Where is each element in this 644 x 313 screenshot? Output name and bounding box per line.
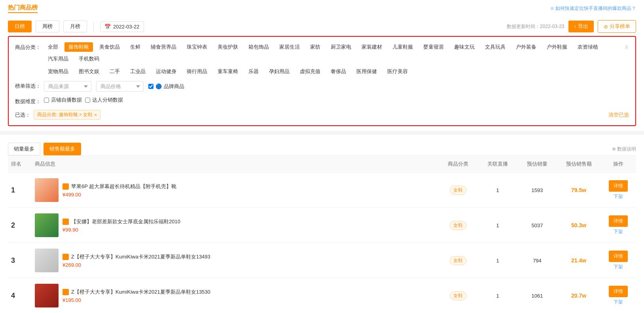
cat-baby-bed[interactable]: 婴童寝居 <box>419 42 448 52</box>
product-price: ¥195.00 <box>63 297 210 303</box>
price-select[interactable]: 商品价格 <box>96 81 144 92</box>
cat-industrial[interactable]: 工业品 <box>126 67 150 76</box>
expert-dim-label[interactable]: 达人分销数据 <box>85 96 123 104</box>
store-dim-checkbox[interactable] <box>44 98 49 103</box>
download-link[interactable]: 下架 <box>614 228 623 235</box>
cat-beauty[interactable]: 美妆护肤 <box>214 42 242 52</box>
tab-weekly[interactable]: 周榜 <box>36 21 59 32</box>
product-thumbnail <box>35 249 59 272</box>
brand-label: 品牌商品 <box>164 83 184 90</box>
cat-kids-shoes[interactable]: 儿童鞋服 <box>388 42 417 52</box>
brand-checkbox-label[interactable]: 🔵 品牌商品 <box>148 83 184 90</box>
category-tags: 全部 服饰鞋靴 美食饮品 生鲜 辅食营养品 珠宝钟表 美妆护肤 箱包饰品 家居生… <box>44 42 629 76</box>
cat-stationery[interactable]: 文具玩具 <box>481 42 510 52</box>
product-details: 苹果6P 超大屏幕超长待机精品【附手机壳】靴 ¥499.00 <box>63 183 176 198</box>
cat-medical[interactable]: 医用保健 <box>352 67 381 76</box>
tab-monthly[interactable]: 月榜 <box>63 21 87 32</box>
product-table: 排名 商品信息 商品分类 关联直播 预估销量 预估销售额 操作 1 苹果6P 超 <box>8 156 636 313</box>
cat-instrument[interactable]: 乐器 <box>244 67 263 76</box>
tab-daily[interactable]: 日榜 <box>8 21 32 32</box>
cat-fashion[interactable]: 服饰鞋靴 <box>64 42 93 52</box>
tab-sales-amount[interactable]: 销售额最多 <box>44 143 81 155</box>
cat-textile[interactable]: 家纺 <box>306 42 324 52</box>
date-input[interactable]: 📅 2022-03-22 <box>100 21 144 32</box>
cat-secondhand[interactable]: 二手 <box>106 67 124 76</box>
est-sales-value: 794 <box>533 258 542 264</box>
cat-fun[interactable]: 趣味文玩 <box>450 42 479 52</box>
store-dim-label[interactable]: 店铺自播数据 <box>44 96 82 104</box>
brand-checkbox[interactable] <box>148 84 153 89</box>
action-cell: 详情 下架 <box>600 208 636 243</box>
cat-kitchen[interactable]: 厨卫家电 <box>327 42 355 52</box>
cat-maternity[interactable]: 孕妇用品 <box>265 67 294 76</box>
cat-farming[interactable]: 农资绿植 <box>574 42 602 52</box>
shop-icon <box>63 183 69 190</box>
est-sales-value: 5037 <box>532 222 543 228</box>
cat-auto[interactable]: 汽车用品 <box>44 54 72 64</box>
expert-dim-text: 达人分销数据 <box>92 96 123 104</box>
col-est-sales: 预估销量 <box>517 156 557 173</box>
data-update-text: 数据更新时间：2022-03-23 <box>507 23 564 30</box>
remove-selected-tag[interactable]: × <box>94 112 97 118</box>
data-note-text: 数据说明 <box>617 146 636 153</box>
product-info-cell: 苹果6P 超大屏幕超长待机精品【附手机壳】靴 ¥499.00 <box>32 173 438 208</box>
detail-button[interactable]: 详情 <box>609 215 628 227</box>
cat-digital[interactable]: 手机数码 <box>75 54 103 64</box>
cat-all[interactable]: 全部 <box>44 42 62 52</box>
cat-luxury[interactable]: 奢侈品 <box>327 67 350 76</box>
tab-sales-count[interactable]: 销量最多 <box>8 143 40 155</box>
cat-aesthetic[interactable]: 医疗美容 <box>383 67 412 76</box>
expert-dim-checkbox[interactable] <box>85 98 90 103</box>
cat-home[interactable]: 家居生活 <box>275 42 304 52</box>
shop-icon <box>63 219 69 225</box>
download-link[interactable]: 下架 <box>614 299 623 305</box>
source-select[interactable]: 商品来源 <box>44 81 91 92</box>
clear-button[interactable]: 清空已选 <box>608 111 629 119</box>
data-note: 数据说明 <box>612 146 636 153</box>
est-sales-cell: 5037 <box>517 208 557 243</box>
data-dimension-label: 数据维度： <box>15 96 41 105</box>
detail-button[interactable]: 详情 <box>609 180 628 192</box>
detail-button[interactable]: 详情 <box>609 286 628 297</box>
cat-decor[interactable]: 家装建材 <box>358 42 386 52</box>
download-link[interactable]: 下架 <box>614 264 623 270</box>
action-cell: 详情 下架 <box>600 278 636 313</box>
share-label: 分享榜单 <box>610 23 630 30</box>
share-button[interactable]: ⊘ 分享榜单 <box>598 20 636 33</box>
collapse-icon[interactable]: ∧ <box>624 43 629 51</box>
action-buttons: 详情 下架 <box>604 215 633 235</box>
est-amount-value: 79.5w <box>571 187 586 193</box>
product-details: 【安娜】老部差新款女士厚底金属扣乐福鞋2010 ¥99.90 <box>63 218 180 233</box>
action-buttons: 详情 下架 <box>604 180 633 200</box>
est-amount-value: 50.3w <box>571 222 586 228</box>
category-cell: 女鞋 <box>438 173 478 208</box>
detail-button[interactable]: 详情 <box>609 251 628 262</box>
product-details: Z【橙子大大专享】KumiKiwa卡米2021夏季新品单鞋女13493 ¥269… <box>63 253 210 268</box>
export-label: 导出 <box>578 23 588 30</box>
download-link[interactable]: 下架 <box>614 193 623 200</box>
live-count-cell: 1 <box>478 243 517 278</box>
cat-nutrition[interactable]: 辅食营养品 <box>147 42 180 52</box>
product-details: Z【橙子大大专享】KumiKiwa卡米2021夏季新品单鞋女13530 ¥195… <box>63 288 210 303</box>
help-link[interactable]: ⊙ 如何快速定位快手直播间的爆款商品？ <box>550 5 636 12</box>
cat-cycling[interactable]: 骑行用品 <box>183 67 211 76</box>
cat-sports[interactable]: 运动健身 <box>152 67 180 76</box>
product-info: 苹果6P 超大屏幕超长待机精品【附手机壳】靴 ¥499.00 <box>35 178 435 202</box>
cat-food[interactable]: 美食饮品 <box>95 42 124 52</box>
cat-stroller[interactable]: 童车童椅 <box>214 67 242 76</box>
export-button[interactable]: ↑ 导出 <box>568 21 594 32</box>
cat-bags[interactable]: 箱包饰品 <box>244 42 273 52</box>
cat-fresh[interactable]: 生鲜 <box>126 42 144 52</box>
col-category: 商品分类 <box>438 156 478 173</box>
cat-jewelry[interactable]: 珠宝钟表 <box>183 42 211 52</box>
category-filter-row: 商品分类： 全部 服饰鞋靴 美食饮品 生鲜 辅食营养品 珠宝钟表 美妆护肤 箱包… <box>15 42 629 76</box>
live-count: 1 <box>496 187 499 193</box>
col-action: 操作 <box>600 156 636 173</box>
cat-outdoor-shoes[interactable]: 户外鞋服 <box>543 42 571 52</box>
cat-virtual[interactable]: 虚拟充值 <box>296 67 324 76</box>
action-cell: 详情 下架 <box>600 243 636 278</box>
cat-pet[interactable]: 宠物用品 <box>44 67 72 76</box>
cat-outdoor[interactable]: 户外装备 <box>512 42 540 52</box>
cat-books[interactable]: 图书文娱 <box>75 67 103 76</box>
live-count-cell: 1 <box>478 208 517 243</box>
